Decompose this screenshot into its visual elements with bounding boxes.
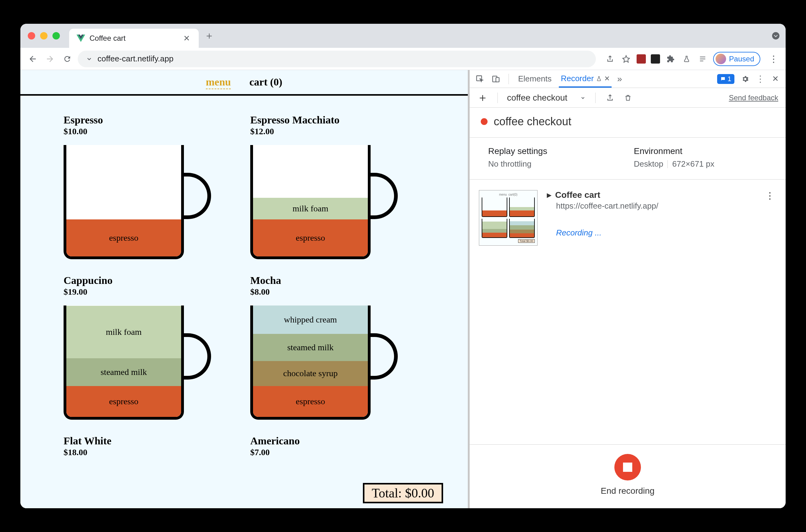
product-mocha: Mocha $8.00 whipped cream steamed milk c… <box>250 274 425 423</box>
cart-total[interactable]: Total: $0.00 <box>363 483 443 503</box>
cup-handle-icon <box>367 173 398 219</box>
chevron-down-icon <box>580 95 586 101</box>
labs-flask-icon[interactable] <box>681 53 692 64</box>
chrome-menu-icon[interactable]: ⋮ <box>765 53 780 64</box>
devtools-menu-icon[interactable]: ⋮ <box>756 74 765 84</box>
product-flat-white: Flat White $18.00 <box>63 435 238 457</box>
recording-name: coffee checkout <box>494 115 572 128</box>
send-feedback-link[interactable]: Send feedback <box>729 94 778 102</box>
close-panel-icon[interactable]: ✕ <box>604 75 610 83</box>
environment-viewport: 672×671 px <box>672 159 714 169</box>
step-info: ▶ Coffee cart https://coffee-cart.netlif… <box>547 190 754 238</box>
reading-list-icon[interactable] <box>697 53 708 64</box>
profile-status: Paused <box>729 55 754 63</box>
site-info-icon[interactable] <box>86 56 93 62</box>
cup-body: milk foam espresso <box>250 145 370 259</box>
app-viewport: menu cart (0) Espresso $10.00 espresso <box>20 70 468 508</box>
product-title: Cappucino <box>63 274 238 286</box>
settings-gear-icon[interactable] <box>740 74 750 84</box>
address-bar[interactable]: coffee-cart.netlify.app <box>78 51 596 67</box>
product-title: Mocha <box>250 274 425 286</box>
nav-cart-link[interactable]: cart (0) <box>249 76 282 89</box>
avatar-icon <box>715 54 726 64</box>
stop-icon <box>623 462 632 472</box>
export-icon[interactable] <box>605 93 615 103</box>
back-button[interactable] <box>26 52 39 66</box>
layer-milk-foam: milk foam <box>66 306 181 358</box>
product-espresso-macchiato: Espresso Macchiato $12.00 milk foam espr… <box>250 114 425 262</box>
replay-settings-value: No throttling <box>488 159 621 169</box>
toolbar-actions: Paused ⋮ <box>604 52 780 66</box>
nav-menu-link[interactable]: menu <box>206 76 231 89</box>
extensions-puzzle-icon[interactable] <box>665 53 676 64</box>
step-more-icon[interactable]: ⋮ <box>763 190 776 201</box>
issues-badge[interactable]: 1 <box>717 74 734 84</box>
cup-body: milk foam steamed milk espresso <box>63 305 184 420</box>
layer-espresso: espresso <box>253 220 368 256</box>
cup-handle-icon <box>180 333 211 380</box>
end-recording-button[interactable] <box>614 454 641 480</box>
expand-caret-icon[interactable]: ▶ <box>547 191 552 199</box>
close-window-button[interactable] <box>28 32 35 39</box>
recorder-settings: Replay settings No throttling Environmen… <box>469 138 786 179</box>
more-tabs-icon[interactable]: » <box>617 74 622 84</box>
extension-1-icon[interactable] <box>637 54 646 63</box>
minimize-window-button[interactable] <box>40 32 47 39</box>
browser-tab[interactable]: Coffee cart ✕ <box>69 29 199 48</box>
extension-2-icon[interactable] <box>651 54 660 63</box>
app-nav: menu cart (0) <box>20 70 468 94</box>
share-icon[interactable] <box>604 53 616 64</box>
layer-milk-foam: milk foam <box>253 198 368 220</box>
products-grid: Espresso $10.00 espresso Espresso Macchi… <box>20 96 468 470</box>
bookmark-icon[interactable] <box>620 53 632 64</box>
product-price: $18.00 <box>63 448 238 457</box>
product-price: $19.00 <box>63 287 238 297</box>
tab-elements[interactable]: Elements <box>516 70 553 87</box>
environment-device: Desktop <box>634 159 663 169</box>
separator <box>595 93 596 103</box>
devtools-tabbar: Elements Recorder ✕ » 1 ⋮ ✕ <box>469 70 786 88</box>
cup-espresso-macchiato[interactable]: milk foam espresso <box>250 145 398 262</box>
cup-mocha[interactable]: whipped cream steamed milk chocolate syr… <box>250 305 398 423</box>
new-recording-button[interactable]: ＋ <box>477 90 488 105</box>
inspect-element-icon[interactable] <box>475 74 485 84</box>
recording-selector[interactable]: coffee checkout <box>507 93 586 103</box>
product-price: $12.00 <box>250 127 425 136</box>
layer-espresso: espresso <box>253 386 368 417</box>
tab-search-icon[interactable] <box>771 32 780 40</box>
profile-badge[interactable]: Paused <box>713 52 760 66</box>
product-cappucino: Cappucino $19.00 milk foam steamed milk … <box>63 274 238 423</box>
browser-window: Coffee cart ✕ ＋ coffee-cart.netlify.app <box>20 24 786 508</box>
product-espresso: Espresso $10.00 espresso <box>63 114 238 262</box>
cup-cappucino[interactable]: milk foam steamed milk espresso <box>63 305 212 423</box>
record-indicator-icon <box>481 118 487 125</box>
recorder-steps: menu cart(0) Total $0.00 ▶ Coffee cart <box>469 179 786 444</box>
end-recording-label: End recording <box>601 486 654 496</box>
product-price: $7.00 <box>250 448 425 457</box>
cup-espresso[interactable]: espresso <box>63 145 212 262</box>
environment-heading: Environment <box>634 146 767 156</box>
devtools-panel: Elements Recorder ✕ » 1 ⋮ ✕ <box>468 70 786 508</box>
step-title[interactable]: Coffee cart <box>555 190 600 200</box>
reload-button[interactable] <box>60 52 74 66</box>
recording-header: coffee checkout <box>469 108 786 138</box>
layer-chocolate-syrup: chocolate syrup <box>253 361 368 386</box>
flask-icon <box>596 76 602 82</box>
content-row: menu cart (0) Espresso $10.00 espresso <box>20 70 786 508</box>
new-tab-button[interactable]: ＋ <box>204 29 214 43</box>
svg-point-0 <box>772 32 780 39</box>
device-toolbar-icon[interactable] <box>491 74 501 84</box>
cup-body: espresso <box>63 145 184 259</box>
separator <box>497 93 498 103</box>
tab-recorder[interactable]: Recorder ✕ <box>559 70 612 88</box>
layer-steamed-milk: steamed milk <box>253 334 368 361</box>
delete-icon[interactable] <box>623 93 633 103</box>
forward-button[interactable] <box>43 52 57 66</box>
step-thumbnail: menu cart(0) Total $0.00 <box>479 190 538 246</box>
layer-espresso: espresso <box>66 386 181 417</box>
cup-body: whipped cream steamed milk chocolate syr… <box>250 305 370 420</box>
product-title: Espresso Macchiato <box>250 114 425 126</box>
maximize-window-button[interactable] <box>53 32 60 39</box>
close-tab-icon[interactable]: ✕ <box>182 34 191 43</box>
close-devtools-icon[interactable]: ✕ <box>770 74 781 84</box>
